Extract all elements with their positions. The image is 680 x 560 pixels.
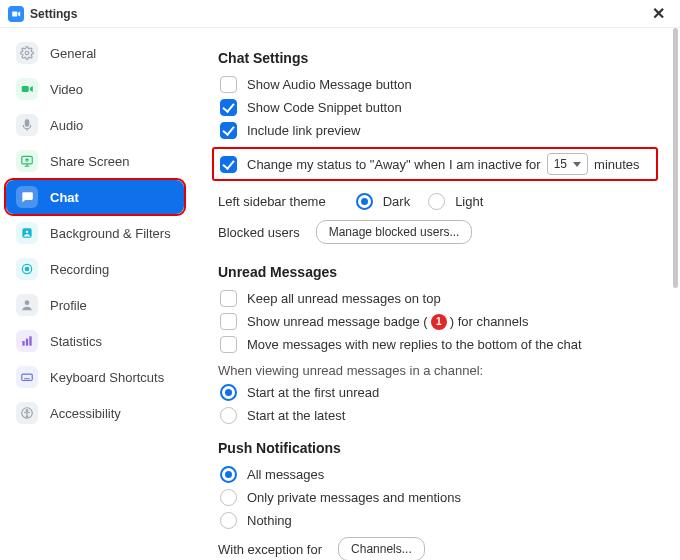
svg-point-9 <box>25 300 30 305</box>
blocked-users-label: Blocked users <box>218 225 300 240</box>
app-icon <box>8 6 24 22</box>
sidebar-item-label: Keyboard Shortcuts <box>50 370 164 385</box>
sidebar-item-video[interactable]: Video <box>6 72 184 106</box>
checkbox-checked-icon <box>220 122 237 139</box>
svg-point-15 <box>26 410 28 412</box>
content-panel: Chat Settings Show Audio Message button … <box>190 28 680 560</box>
radio-unchecked-icon <box>220 512 237 529</box>
sidebar-theme-label: Left sidebar theme <box>218 194 326 209</box>
sidebar: General Video Audio Share Screen Chat <box>0 28 190 560</box>
checkbox-unchecked-icon <box>220 313 237 330</box>
push-exception-label: With exception for <box>218 542 322 557</box>
sidebar-item-background-filters[interactable]: Background & Filters <box>6 216 184 250</box>
svg-point-1 <box>25 51 29 55</box>
audio-icon <box>16 114 38 136</box>
option-label: Show Code Snippet button <box>247 100 402 115</box>
sidebar-item-label: General <box>50 46 96 61</box>
svg-rect-3 <box>25 120 29 126</box>
radio-checked-icon <box>220 466 237 483</box>
svg-rect-12 <box>29 336 31 345</box>
sidebar-item-label: Video <box>50 82 83 97</box>
svg-rect-11 <box>26 339 28 346</box>
window-title: Settings <box>30 7 77 21</box>
option-push-all[interactable]: All messages <box>218 466 658 483</box>
sidebar-item-keyboard-shortcuts[interactable]: Keyboard Shortcuts <box>6 360 184 394</box>
section-push-notifications: Push Notifications <box>218 440 658 456</box>
button-label: Manage blocked users... <box>329 225 460 239</box>
chat-icon <box>16 186 38 208</box>
gear-icon <box>16 42 38 64</box>
titlebar: Settings ✕ <box>0 0 680 28</box>
close-button[interactable]: ✕ <box>644 0 672 28</box>
option-label-pre: Show unread message badge ( <box>247 314 428 329</box>
checkbox-unchecked-icon <box>220 290 237 307</box>
option-label: Start at the latest <box>247 408 345 423</box>
manage-blocked-users-button[interactable]: Manage blocked users... <box>316 220 473 244</box>
option-start-first-unread[interactable]: Start at the first unread <box>218 384 658 401</box>
keyboard-icon <box>16 366 38 388</box>
unread-viewing-note: When viewing unread messages in a channe… <box>218 363 658 378</box>
checkbox-unchecked-icon <box>220 336 237 353</box>
sidebar-item-profile[interactable]: Profile <box>6 288 184 322</box>
blocked-users-row: Blocked users Manage blocked users... <box>218 220 658 244</box>
away-text-prefix: Change my status to "Away" when I am ina… <box>247 157 541 172</box>
option-label: Nothing <box>247 513 292 528</box>
option-label-post: ) for channels <box>450 314 529 329</box>
sidebar-item-recording[interactable]: Recording <box>6 252 184 286</box>
statistics-icon <box>16 330 38 352</box>
option-label: Only private messages and mentions <box>247 490 461 505</box>
video-icon <box>16 78 38 100</box>
away-minutes-value: 15 <box>554 157 567 171</box>
badge-count-icon: 1 <box>431 314 447 330</box>
share-screen-icon <box>16 150 38 172</box>
svg-rect-10 <box>22 341 24 346</box>
option-push-nothing[interactable]: Nothing <box>218 512 658 529</box>
option-include-link-preview[interactable]: Include link preview <box>218 122 658 139</box>
option-push-private[interactable]: Only private messages and mentions <box>218 489 658 506</box>
sidebar-item-label: Accessibility <box>50 406 121 421</box>
radio-dark[interactable] <box>356 193 373 210</box>
checkbox-checked-icon <box>220 156 237 173</box>
radio-light[interactable] <box>428 193 445 210</box>
svg-rect-13 <box>22 374 33 380</box>
option-label: Include link preview <box>247 123 360 138</box>
option-away-status[interactable]: Change my status to "Away" when I am ina… <box>212 147 658 181</box>
sidebar-item-audio[interactable]: Audio <box>6 108 184 142</box>
section-unread-messages: Unread Messages <box>218 264 658 280</box>
push-exception-row: With exception for Channels... <box>218 537 658 560</box>
option-keep-unread-top[interactable]: Keep all unread messages on top <box>218 290 658 307</box>
sidebar-item-label: Statistics <box>50 334 102 349</box>
away-text-suffix: minutes <box>594 157 640 172</box>
option-label: Move messages with new replies to the bo… <box>247 337 582 352</box>
option-show-unread-badge[interactable]: Show unread message badge ( 1 ) for chan… <box>218 313 658 330</box>
sidebar-item-label: Background & Filters <box>50 226 171 241</box>
sidebar-item-share-screen[interactable]: Share Screen <box>6 144 184 178</box>
sidebar-item-label: Recording <box>50 262 109 277</box>
sidebar-item-general[interactable]: General <box>6 36 184 70</box>
sidebar-item-chat[interactable]: Chat <box>6 180 184 214</box>
away-minutes-select[interactable]: 15 <box>547 153 588 175</box>
sidebar-item-label: Profile <box>50 298 87 313</box>
radio-checked-icon <box>220 384 237 401</box>
option-start-latest[interactable]: Start at the latest <box>218 407 658 424</box>
profile-icon <box>16 294 38 316</box>
sidebar-item-accessibility[interactable]: Accessibility <box>6 396 184 430</box>
sidebar-item-label: Audio <box>50 118 83 133</box>
option-label: Show Audio Message button <box>247 77 412 92</box>
option-move-replies-bottom[interactable]: Move messages with new replies to the bo… <box>218 336 658 353</box>
sidebar-item-statistics[interactable]: Statistics <box>6 324 184 358</box>
sidebar-theme-row: Left sidebar theme Dark Light <box>218 193 658 210</box>
option-show-audio-message[interactable]: Show Audio Message button <box>218 76 658 93</box>
sidebar-item-label: Chat <box>50 190 79 205</box>
checkbox-unchecked-icon <box>220 76 237 93</box>
svg-rect-0 <box>12 11 17 16</box>
sidebar-item-label: Share Screen <box>50 154 130 169</box>
accessibility-icon <box>16 402 38 424</box>
button-label: Channels... <box>351 542 412 556</box>
push-exception-channels-button[interactable]: Channels... <box>338 537 425 560</box>
svg-rect-2 <box>22 86 29 92</box>
option-show-code-snippet[interactable]: Show Code Snippet button <box>218 99 658 116</box>
checkbox-checked-icon <box>220 99 237 116</box>
option-label: Keep all unread messages on top <box>247 291 441 306</box>
scrollbar-thumb[interactable] <box>673 28 678 288</box>
